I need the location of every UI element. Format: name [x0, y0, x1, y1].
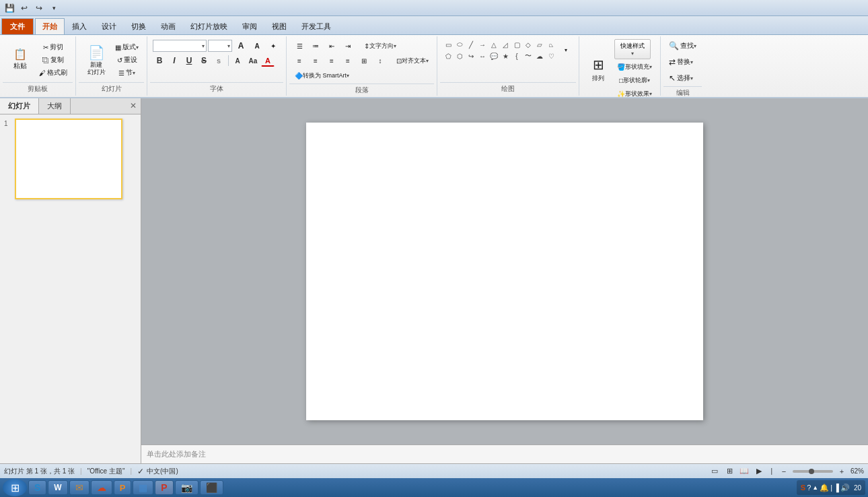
shape-pentagon[interactable]: ⬠ — [443, 51, 454, 61]
shape-curved-arrow[interactable]: ↪ — [466, 51, 476, 61]
shape-outline-button[interactable]: □ 形状轮廓 ▾ — [614, 74, 655, 86]
bullets-button[interactable]: ☰ — [292, 40, 307, 52]
shape-diamond[interactable]: ◇ — [523, 39, 534, 50]
paste-button[interactable]: 📋 粘贴 — [5, 41, 35, 79]
taskbar-app-cloud[interactable]: ☁ — [91, 480, 112, 495]
shadow-button[interactable]: s — [212, 55, 225, 67]
slide-thumbnail-1[interactable]: 1 — [3, 117, 138, 201]
shape-triangle[interactable]: △ — [489, 39, 499, 50]
shapes-dropdown-button[interactable]: ▾ — [558, 46, 573, 55]
close-panel-button[interactable]: ✕ — [126, 98, 141, 114]
align-center-button[interactable]: ≡ — [308, 55, 323, 67]
shape-parallelogram[interactable]: ▱ — [534, 39, 545, 50]
slide-sorter-button[interactable]: ⊞ — [723, 466, 735, 477]
shape-oval[interactable]: ⬭ — [454, 39, 465, 50]
text-direction-button[interactable]: ⇕ 文字方向 ▾ — [361, 40, 399, 52]
font-shrink-button[interactable]: A — [250, 40, 264, 52]
new-slide-button[interactable]: 📄 新建幻灯片 — [81, 41, 111, 79]
redo-button[interactable]: ↪ — [32, 1, 46, 15]
tray-chevron-icon[interactable]: ▲ — [812, 484, 818, 491]
replace-button[interactable]: ⇄ 替换 ▾ — [666, 55, 696, 69]
arrange-button[interactable]: ⊞ 排列 — [585, 51, 612, 88]
tab-home[interactable]: 开始 — [35, 18, 65, 34]
font-size-selector[interactable]: ▾ — [208, 40, 232, 52]
tab-slides[interactable]: 幻灯片 — [0, 98, 39, 114]
taskbar-app-ppt[interactable]: P — [155, 480, 173, 495]
tab-file[interactable]: 文件 — [1, 18, 34, 34]
notes-area[interactable]: 单击此处添加备注 — [141, 444, 868, 463]
font-color-button[interactable]: A — [261, 55, 275, 67]
tab-design[interactable]: 设计 — [94, 18, 124, 34]
bold-button[interactable]: B — [153, 55, 166, 67]
line-spacing-button[interactable]: ↕ — [373, 55, 388, 67]
find-button[interactable]: 🔍 查找 ▾ — [666, 39, 699, 53]
section-button[interactable]: ☰ 节 ▾ — [112, 67, 141, 79]
shape-rtriangle[interactable]: ◿ — [500, 39, 511, 50]
shape-line[interactable]: ╱ — [466, 39, 476, 50]
shape-callout[interactable]: 💬 — [489, 51, 499, 61]
shape-round-rect[interactable]: ▢ — [511, 39, 522, 50]
shape-wave[interactable]: 〜 — [523, 51, 534, 61]
shape-star[interactable]: ★ — [500, 51, 511, 61]
justify-button[interactable]: ≡ — [340, 55, 355, 67]
tab-developer[interactable]: 开发工具 — [294, 18, 338, 34]
strikethrough-button[interactable]: S — [197, 55, 211, 67]
slide-canvas[interactable] — [306, 123, 703, 420]
tab-slideshow[interactable]: 幻灯片放映 — [183, 18, 235, 34]
format-painter-button[interactable]: 🖌 格式刷 — [36, 67, 70, 79]
taskbar-app-capture[interactable]: 📷 — [175, 480, 198, 495]
zoom-out-button[interactable]: − — [778, 466, 790, 477]
shape-cloud[interactable]: ☁ — [534, 51, 545, 61]
clear-format-button[interactable]: ✦ — [266, 40, 281, 52]
align-text-button[interactable]: ⊡ 对齐文本 ▾ — [394, 55, 431, 67]
font-grow-button[interactable]: A — [233, 40, 248, 52]
save-button[interactable]: 💾 — [3, 1, 16, 15]
taskbar-app-mail[interactable]: ✉ — [69, 480, 89, 495]
dec-indent-button[interactable]: ⇤ — [324, 40, 339, 52]
taskbar-app-word[interactable]: W — [48, 480, 67, 495]
align-right-button[interactable]: ≡ — [324, 55, 339, 67]
tab-insert[interactable]: 插入 — [65, 18, 94, 34]
taskbar-app-pps[interactable]: P — [114, 480, 132, 495]
font-name-selector[interactable]: ▾ — [153, 40, 207, 52]
layout-button[interactable]: ▦ 版式 ▾ — [112, 41, 141, 53]
tab-view[interactable]: 视图 — [264, 18, 294, 34]
copy-button[interactable]: ⿻ 复制 — [36, 54, 70, 66]
reset-button[interactable]: ↺ 重设 — [112, 54, 141, 66]
shape-hexagon[interactable]: ⬡ — [454, 51, 465, 61]
char-spacing-button[interactable]: A — [231, 55, 245, 67]
tab-transitions[interactable]: 切换 — [124, 18, 153, 34]
shape-arrow[interactable]: → — [477, 39, 488, 50]
taskbar-app-sogou[interactable]: S — [28, 480, 46, 495]
tab-outline[interactable]: 大纲 — [39, 98, 71, 114]
shape-brace[interactable]: { — [511, 51, 522, 61]
start-button[interactable]: ⊞ — [3, 479, 27, 496]
numbers-button[interactable]: ≔ — [308, 40, 323, 52]
shape-trapezoid[interactable]: ⏢ — [546, 39, 556, 50]
quick-styles-button[interactable]: 快速样式 ▾ — [614, 39, 651, 59]
column-layout-button[interactable]: ⊞ — [357, 55, 371, 67]
shape-rect[interactable]: ▭ — [443, 39, 454, 50]
reading-view-button[interactable]: 📖 — [738, 466, 750, 477]
undo-button[interactable]: ↩ — [17, 1, 31, 15]
shape-heart[interactable]: ♡ — [546, 51, 556, 61]
inc-indent-button[interactable]: ⇥ — [340, 40, 355, 52]
cut-button[interactable]: ✂ 剪切 — [36, 41, 70, 53]
slideshow-view-button[interactable]: ▶ — [753, 466, 765, 477]
zoom-slider[interactable] — [793, 470, 833, 473]
case-button[interactable]: Aa — [246, 55, 260, 67]
select-button[interactable]: ↖ 选择 ▾ — [666, 71, 696, 85]
italic-button[interactable]: I — [168, 55, 181, 67]
tab-animations[interactable]: 动画 — [153, 18, 183, 34]
taskbar-app-dark[interactable]: ⬛ — [200, 480, 223, 495]
shape-double-arrow[interactable]: ↔ — [477, 51, 488, 61]
zoom-in-button[interactable]: + — [836, 466, 848, 477]
align-left-button[interactable]: ≡ — [292, 55, 307, 67]
underline-button[interactable]: U — [182, 55, 196, 67]
taskbar-app-media[interactable]: ▦ — [133, 480, 153, 495]
customize-quick-access-button[interactable]: ▾ — [47, 1, 61, 15]
shape-fill-button[interactable]: 🪣 形状填充 ▾ — [614, 61, 655, 73]
normal-view-button[interactable]: ▭ — [709, 466, 721, 477]
convert-smartart-button[interactable]: 🔷 转换为 SmartArt ▾ — [292, 69, 352, 81]
tab-review[interactable]: 审阅 — [235, 18, 264, 34]
